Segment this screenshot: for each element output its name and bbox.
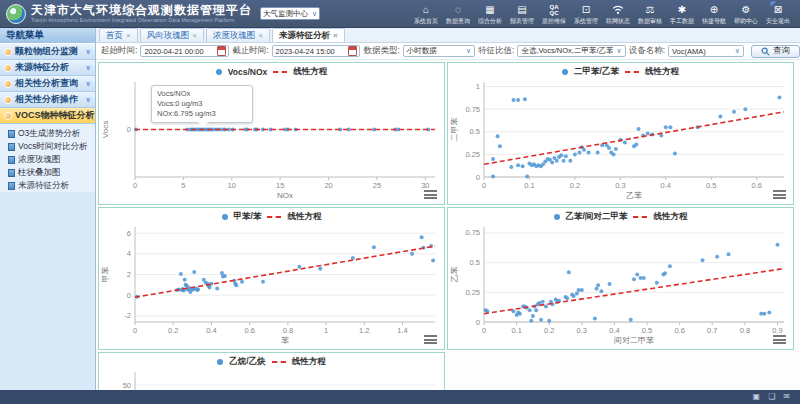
svg-text:0.8: 0.8 (283, 326, 293, 335)
svg-text:0.9: 0.9 (772, 326, 782, 335)
center-select[interactable]: 大气监测中心 ∨ (260, 7, 320, 20)
chart-panel-xylene-ethylbenzene: 二甲苯/乙苯 线性方程 00.250.50.75100.10.20.30.40.… (447, 62, 794, 205)
scatter-plot-ethane-acetylene[interactable]: 50 (99, 367, 444, 390)
scatter-plot-ethylbenzene-mpxylene[interactable]: 00.250.50.7500.10.20.30.40.50.60.70.80.9… (448, 222, 793, 346)
device-select[interactable]: Voc(AMA) ∨ (668, 45, 744, 57)
sidebar-group-correlation-query[interactable]: 相关性分析查询 ∨ (0, 76, 95, 92)
mail-icon[interactable]: ✉ (783, 392, 790, 402)
svg-text:0.4: 0.4 (609, 326, 619, 335)
nav-label: 数据审核 (638, 17, 662, 25)
sidebar-item-source-feature[interactable]: 来源特征分析 (8, 179, 95, 192)
page-title: 天津市大气环境综合观测数据管理平台 (31, 4, 252, 16)
svg-text:乙苯: 乙苯 (450, 267, 459, 283)
sidebar-item-o3-potential[interactable]: O3生成潜势分析 (8, 127, 95, 140)
page-icon (8, 169, 15, 177)
svg-text:0.3: 0.3 (615, 181, 625, 190)
data-type-select[interactable]: 小时数据 ∨ (403, 45, 475, 57)
chart-menu-icon[interactable] (773, 335, 786, 344)
tab-wind-rose[interactable]: 风向玫瑰图 × (140, 28, 204, 42)
camera-icon[interactable]: ▣ (753, 392, 761, 402)
close-icon[interactable]: × (126, 31, 131, 40)
chart-legend[interactable]: Vocs/NOx 线性方程 (99, 63, 444, 77)
nav-item-reports[interactable]: ▤ 报表管理 (506, 2, 538, 26)
nav-item-qaqc[interactable]: QAQC 质控维保 (538, 2, 570, 26)
svg-text:0.5: 0.5 (642, 326, 652, 335)
nav-item-data-query[interactable]: ◌ 数据查询 (442, 2, 474, 26)
trend-legend-marker (273, 71, 287, 73)
nav-item-logout[interactable]: ⊠ 安全退出 (762, 2, 794, 26)
corner-decoration (771, 2, 777, 7)
close-icon[interactable]: × (192, 31, 197, 40)
nav-item-analysis[interactable]: ▦ 综合分析 (474, 2, 506, 26)
data-type-value: 小时数据 (407, 46, 437, 56)
scatter-plot-xylene-ethylbenzene[interactable]: 00.250.50.75100.10.20.30.40.50.6乙苯二甲苯 (448, 77, 793, 201)
svg-text:1: 1 (324, 326, 328, 335)
calendar-icon[interactable] (217, 46, 226, 56)
sidebar-item-bar-overlay[interactable]: 柱状叠加图 (8, 166, 95, 179)
device-label: 设备名称: (629, 45, 665, 57)
chevron-down-icon: ∨ (466, 47, 471, 55)
data-type-label: 数据类型: (363, 45, 399, 57)
ratio-value: 全选,Vocs/NOx,二甲苯/乙苯 (521, 46, 613, 56)
chart-legend[interactable]: 乙烷/乙炔 线性方程 (99, 353, 444, 367)
chart-legend[interactable]: 二甲苯/乙苯 线性方程 (448, 63, 793, 77)
subitem-label: 柱状叠加图 (18, 167, 61, 179)
chat-icon[interactable]: ❏ (768, 392, 775, 402)
end-time-input[interactable]: 2023-04-24 15:00 (272, 45, 361, 57)
sidebar-item-vocs-time[interactable]: Vocs时间对比分析 (8, 140, 95, 153)
nav-item-manual-data[interactable]: ✱ 手工数据 (666, 2, 698, 26)
nav-item-quick-nav[interactable]: ⊕ 快捷导航 (698, 2, 730, 26)
query-button-label: 查询 (773, 45, 790, 57)
tab-source-feature[interactable]: 来源特征分析 × (272, 28, 345, 42)
svg-text:50: 50 (123, 381, 131, 390)
ratio-select[interactable]: 全选,Vocs/NOx,二甲苯/乙苯 ∨ (517, 45, 625, 57)
chart-menu-icon[interactable] (424, 190, 437, 199)
nav-item-network[interactable]: 联网状态 (602, 2, 634, 26)
sidebar-item-conc-rose[interactable]: 浓度玫瑰图 (8, 153, 95, 166)
close-icon[interactable]: × (333, 31, 338, 40)
query-button[interactable]: 查询 (751, 45, 800, 58)
svg-text:0.2: 0.2 (544, 326, 554, 335)
tab-label: 风向玫瑰图 (147, 30, 190, 42)
group-icon (4, 80, 12, 88)
tab-conc-rose[interactable]: 浓度玫瑰图 × (206, 28, 270, 42)
chart-menu-icon[interactable] (424, 335, 437, 344)
close-icon[interactable]: × (258, 31, 263, 40)
tooltip-line: NOx:6.795 ug/m3 (157, 109, 247, 119)
scatter-plot-toluene-benzene[interactable]: -2024600.20.40.60.811.21.4苯甲苯 (99, 222, 444, 346)
page-icon (8, 143, 15, 151)
nav-item-home[interactable]: ⌂ 系统首页 (410, 2, 442, 26)
calendar-icon[interactable] (348, 46, 357, 56)
sidebar-group-particulate[interactable]: 颗粒物组分监测 ∨ (0, 44, 95, 60)
scatter-legend-marker (562, 69, 568, 75)
nav-item-audit[interactable]: ⚖ 数据审核 (634, 2, 666, 26)
trend-legend-marker (267, 216, 281, 218)
page-icon (8, 130, 15, 138)
subitem-label: Vocs时间对比分析 (18, 141, 87, 153)
sidebar-group-correlation-op[interactable]: 相关性分析操作 ∨ (0, 92, 95, 108)
start-time-input[interactable]: 2020-04-21 00:00 (140, 45, 229, 57)
chart-menu-icon[interactable] (773, 190, 786, 199)
center-select-value: 大气监测中心 (263, 9, 308, 19)
svg-text:-2: -2 (124, 311, 131, 320)
svg-text:20: 20 (324, 181, 332, 190)
nav-item-help[interactable]: ⚙ 帮助中心 (730, 2, 762, 26)
header-nav: ⌂ 系统首页 ◌ 数据查询 ▦ 综合分析 ▤ 报表管理 QAQC 质控维保 ⊡ … (410, 2, 800, 26)
sidebar-group-vocs-species[interactable]: VOCS物种特征分析 ∧ (0, 108, 95, 124)
scatter-legend-marker (222, 214, 228, 220)
gear-icon: ⚙ (742, 4, 751, 15)
page-icon (8, 182, 15, 190)
svg-text:0: 0 (476, 173, 480, 182)
chevron-down-icon: ∨ (85, 48, 91, 56)
tab-home[interactable]: 首页 × (99, 28, 138, 42)
svg-text:二甲苯: 二甲苯 (450, 118, 459, 142)
svg-text:0.5: 0.5 (706, 181, 716, 190)
trend-legend-label: 线性方程 (287, 211, 321, 223)
group-icon (4, 112, 12, 120)
chart-legend[interactable]: 甲苯/苯 线性方程 (99, 208, 444, 222)
nav-item-system[interactable]: ⊡ 系统管理 (570, 2, 602, 26)
scatter-legend-marker (217, 359, 223, 365)
svg-text:5: 5 (181, 181, 185, 190)
sidebar-group-source[interactable]: 来源特征分析 ∨ (0, 60, 95, 76)
chart-legend[interactable]: 乙苯/间对二甲苯 线性方程 (448, 208, 793, 222)
